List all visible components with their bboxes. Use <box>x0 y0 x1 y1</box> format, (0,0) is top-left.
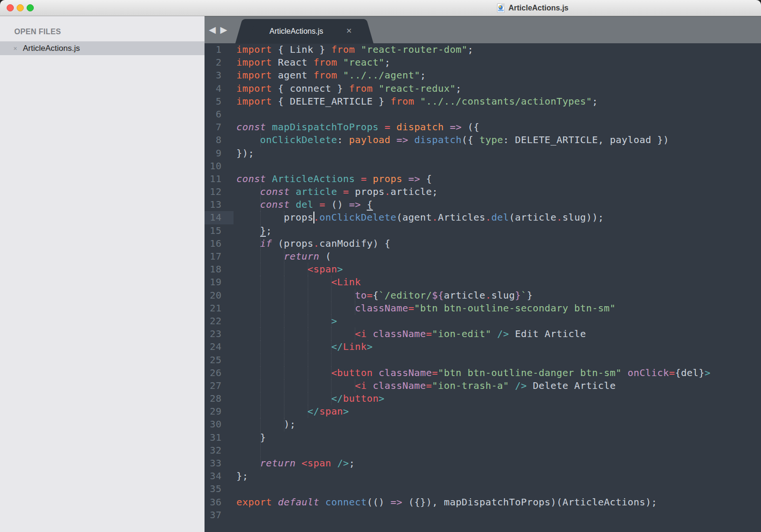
code-line-text: <Link <box>236 276 761 289</box>
indent-guide <box>284 302 284 315</box>
indent-guide <box>260 302 261 315</box>
indent-guide <box>260 198 261 211</box>
indent-guide <box>308 379 308 392</box>
indent-guide <box>331 379 332 392</box>
line-number: 34 <box>205 470 236 483</box>
code-line-text: <i className="ion-trash-a" /> Delete Art… <box>236 379 761 392</box>
code-line-text: import React from "react"; <box>236 56 761 69</box>
line-number: 12 <box>205 185 236 198</box>
line-number: 9 <box>205 147 236 160</box>
line-number: 1 <box>205 43 236 56</box>
code-line: 13 const del = () => { <box>205 198 761 211</box>
nav-forward-icon[interactable]: ▶ <box>220 25 227 35</box>
code-line: 16 if (props.canModify) { <box>205 237 761 250</box>
indent-guide <box>331 276 332 289</box>
line-number: 35 <box>205 483 236 495</box>
indent-guide <box>284 276 284 289</box>
line-number: 21 <box>205 302 236 315</box>
sidebar-item-articleactions[interactable]: × ArticleActions.js <box>0 41 205 55</box>
line-number: 7 <box>205 121 236 134</box>
indent-guide <box>260 444 261 457</box>
indent-guide <box>331 328 332 340</box>
code-line-text <box>236 354 761 367</box>
line-number: 31 <box>205 431 236 444</box>
editor-pane: ◀ ▶ ArticleActions.js ✕ 1import { Link }… <box>205 16 761 532</box>
line-number: 33 <box>205 457 236 470</box>
indent-guide <box>260 354 261 367</box>
line-number: 16 <box>205 237 236 250</box>
code-line: 22 > <box>205 315 761 328</box>
code-editor[interactable]: 1import { Link } from "react-router-dom"… <box>205 43 761 532</box>
indent-guide <box>308 276 308 289</box>
code-line: 29 </span> <box>205 405 761 418</box>
code-line: 1import { Link } from "react-router-dom"… <box>205 43 761 56</box>
line-number: 19 <box>205 276 236 289</box>
indent-guide <box>284 418 284 431</box>
code-line-text: import { DELETE_ARTICLE } from "../../co… <box>236 95 761 108</box>
indent-guide <box>308 302 308 315</box>
indent-guide <box>284 263 284 276</box>
indent-guide <box>260 289 261 302</box>
indent-guide <box>284 250 284 263</box>
indent-guide <box>284 289 284 302</box>
line-number: 11 <box>205 173 236 185</box>
code-line-text <box>236 444 761 457</box>
line-number: 2 <box>205 56 236 69</box>
sidebar: OPEN FILES × ArticleActions.js <box>0 16 205 532</box>
line-number: 13 <box>205 198 236 211</box>
line-number: 23 <box>205 328 236 340</box>
code-line-text: onClickDelete: payload => dispatch({ typ… <box>236 134 761 146</box>
indent-guide <box>355 289 355 302</box>
zoom-window-button[interactable] <box>27 4 34 11</box>
code-line-text: </button> <box>236 392 761 405</box>
indent-guide <box>308 367 308 379</box>
code-line-text: if (props.canModify) { <box>236 237 761 250</box>
code-line-text: }; <box>236 470 761 483</box>
code-line: 27 <i className="ion-trash-a" /> Delete … <box>205 379 761 392</box>
tab-close-icon[interactable]: ✕ <box>346 27 352 35</box>
line-number: 26 <box>205 367 236 379</box>
code-line: 21 className="btn btn-outline-secondary … <box>205 302 761 315</box>
code-line: 14 props.onClickDelete(agent.Articles.de… <box>205 211 761 224</box>
code-line-text: ); <box>236 418 761 431</box>
code-line: 33 return <span />; <box>205 457 761 470</box>
titlebar: ArticleActions.js <box>0 0 761 16</box>
indent-guide <box>355 302 355 315</box>
indent-guide <box>308 289 308 302</box>
code-line-text: <span> <box>236 263 761 276</box>
window-title: ArticleActions.js <box>508 4 568 12</box>
indent-guide <box>331 354 332 367</box>
indent-guide <box>284 392 284 405</box>
line-number: 10 <box>205 160 236 173</box>
code-line-text: import { connect } from "react-redux"; <box>236 82 761 95</box>
tab-strip: ◀ ▶ ArticleActions.js ✕ <box>205 16 761 43</box>
document-icon-band <box>498 10 504 11</box>
indent-guide <box>284 354 284 367</box>
tab-articleactions[interactable]: ArticleActions.js ✕ <box>245 19 363 44</box>
file-close-icon[interactable]: × <box>10 45 20 52</box>
code-line: 20 to={`/editor/${article.slug}`} <box>205 289 761 302</box>
indent-guide <box>260 340 261 353</box>
indent-guide <box>260 263 261 276</box>
minimize-window-button[interactable] <box>17 4 24 11</box>
main-split: OPEN FILES × ArticleActions.js ◀ ▶ Artic… <box>0 16 761 532</box>
line-number: 22 <box>205 315 236 328</box>
line-number: 20 <box>205 289 236 302</box>
code-line-text <box>236 108 761 121</box>
code-line-text <box>236 483 761 495</box>
indent-guide <box>260 457 261 470</box>
line-number: 30 <box>205 418 236 431</box>
code-line: 37 <box>205 509 761 522</box>
line-number: 28 <box>205 392 236 405</box>
code-line: 3import agent from "../../agent"; <box>205 69 761 82</box>
indent-guide <box>331 315 332 328</box>
code-line: 24 </Link> <box>205 340 761 353</box>
indent-guide <box>331 289 332 302</box>
code-line: 7const mapDispatchToProps = dispatch => … <box>205 121 761 134</box>
code-line: 36export default connect(() => ({}), map… <box>205 496 761 509</box>
code-line-text: <button className="btn btn-outline-dange… <box>236 367 761 379</box>
nav-back-icon[interactable]: ◀ <box>209 25 216 35</box>
code-line-text: import agent from "../../agent"; <box>236 69 761 82</box>
close-window-button[interactable] <box>7 4 14 11</box>
code-line: 4import { connect } from "react-redux"; <box>205 82 761 95</box>
